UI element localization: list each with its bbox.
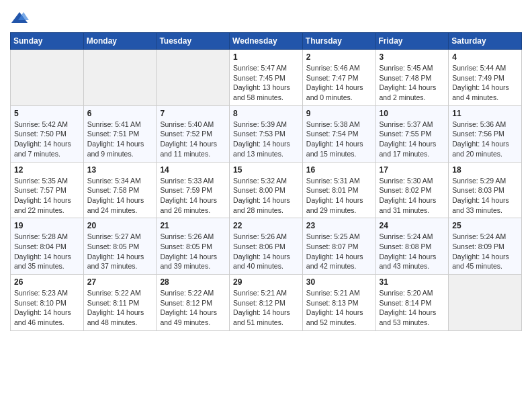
day-number: 8: [233, 109, 299, 118]
calendar-cell: 31Sunrise: 5:20 AMSunset: 8:14 PMDayligh…: [375, 275, 449, 331]
day-number: 6: [87, 109, 153, 118]
calendar-cell: 22Sunrise: 5:26 AMSunset: 8:06 PMDayligh…: [230, 218, 303, 275]
calendar-table: SundayMondayTuesdayWednesdayThursdayFrid…: [10, 32, 522, 331]
day-info: Sunrise: 5:39 AMSunset: 7:53 PMDaylight:…: [233, 120, 299, 159]
day-info: Sunrise: 5:37 AMSunset: 7:55 PMDaylight:…: [380, 120, 445, 159]
logo-icon: [10, 9, 29, 28]
day-info: Sunrise: 5:42 AMSunset: 7:50 PMDaylight:…: [14, 120, 80, 159]
day-number: 29: [233, 277, 299, 287]
day-info: Sunrise: 5:38 AMSunset: 7:54 PMDaylight:…: [306, 120, 372, 159]
calendar-cell: 28Sunrise: 5:22 AMSunset: 8:12 PMDayligh…: [157, 275, 230, 331]
day-info: Sunrise: 5:32 AMSunset: 8:00 PMDaylight:…: [233, 176, 299, 216]
day-info: Sunrise: 5:36 AMSunset: 7:56 PMDaylight:…: [452, 120, 518, 159]
calendar-cell: 25Sunrise: 5:24 AMSunset: 8:09 PMDayligh…: [449, 218, 522, 275]
day-number: 2: [306, 52, 372, 62]
day-info: Sunrise: 5:21 AMSunset: 8:12 PMDaylight:…: [233, 288, 299, 328]
day-number: 9: [306, 109, 372, 118]
calendar-cell: [157, 50, 230, 106]
day-number: 20: [87, 221, 153, 230]
calendar-cell: 24Sunrise: 5:24 AMSunset: 8:08 PMDayligh…: [375, 218, 449, 275]
day-info: Sunrise: 5:45 AMSunset: 7:48 PMDaylight:…: [380, 63, 445, 103]
day-info: Sunrise: 5:44 AMSunset: 7:49 PMDaylight:…: [452, 63, 518, 103]
calendar-cell: 17Sunrise: 5:30 AMSunset: 8:02 PMDayligh…: [375, 162, 449, 218]
day-number: 10: [380, 109, 445, 118]
day-number: 24: [380, 221, 445, 230]
day-header-monday: Monday: [83, 33, 157, 50]
calendar-cell: 2Sunrise: 5:46 AMSunset: 7:47 PMDaylight…: [302, 50, 375, 106]
day-info: Sunrise: 5:46 AMSunset: 7:47 PMDaylight:…: [306, 63, 372, 103]
day-number: 18: [452, 165, 518, 175]
calendar-cell: 23Sunrise: 5:25 AMSunset: 8:07 PMDayligh…: [302, 218, 375, 275]
calendar-week-row: 26Sunrise: 5:23 AMSunset: 8:10 PMDayligh…: [11, 275, 522, 331]
calendar-week-row: 12Sunrise: 5:35 AMSunset: 7:57 PMDayligh…: [11, 162, 522, 218]
day-number: 30: [306, 277, 372, 287]
day-number: 13: [87, 165, 153, 175]
calendar-cell: 5Sunrise: 5:42 AMSunset: 7:50 PMDaylight…: [11, 105, 84, 162]
calendar-cell: 8Sunrise: 5:39 AMSunset: 7:53 PMDaylight…: [230, 105, 303, 162]
day-number: 12: [14, 165, 80, 175]
calendar-cell: 20Sunrise: 5:27 AMSunset: 8:05 PMDayligh…: [83, 218, 157, 275]
day-info: Sunrise: 5:26 AMSunset: 8:06 PMDaylight:…: [233, 232, 299, 271]
day-info: Sunrise: 5:31 AMSunset: 8:01 PMDaylight:…: [306, 176, 372, 216]
day-info: Sunrise: 5:24 AMSunset: 8:08 PMDaylight:…: [380, 232, 445, 271]
day-number: 14: [160, 165, 226, 175]
day-number: 5: [14, 109, 80, 118]
day-info: Sunrise: 5:27 AMSunset: 8:05 PMDaylight:…: [87, 232, 153, 271]
calendar-cell: 12Sunrise: 5:35 AMSunset: 7:57 PMDayligh…: [11, 162, 84, 218]
day-info: Sunrise: 5:20 AMSunset: 8:14 PMDaylight:…: [380, 288, 445, 328]
day-info: Sunrise: 5:22 AMSunset: 8:11 PMDaylight:…: [87, 288, 153, 328]
calendar-cell: 4Sunrise: 5:44 AMSunset: 7:49 PMDaylight…: [449, 50, 522, 106]
day-info: Sunrise: 5:25 AMSunset: 8:07 PMDaylight:…: [306, 232, 372, 271]
day-info: Sunrise: 5:41 AMSunset: 7:51 PMDaylight:…: [87, 120, 153, 159]
calendar-week-row: 19Sunrise: 5:28 AMSunset: 8:04 PMDayligh…: [11, 218, 522, 275]
calendar-cell: 26Sunrise: 5:23 AMSunset: 8:10 PMDayligh…: [11, 275, 84, 331]
calendar-cell: 19Sunrise: 5:28 AMSunset: 8:04 PMDayligh…: [11, 218, 84, 275]
day-number: 19: [14, 221, 80, 230]
calendar-cell: [11, 50, 84, 106]
day-number: 26: [14, 277, 80, 287]
calendar-cell: 9Sunrise: 5:38 AMSunset: 7:54 PMDaylight…: [302, 105, 375, 162]
calendar-week-row: 1Sunrise: 5:47 AMSunset: 7:45 PMDaylight…: [11, 50, 522, 106]
calendar-cell: 3Sunrise: 5:45 AMSunset: 7:48 PMDaylight…: [375, 50, 449, 106]
day-info: Sunrise: 5:40 AMSunset: 7:52 PMDaylight:…: [160, 120, 226, 159]
day-number: 4: [452, 52, 518, 62]
calendar-cell: 27Sunrise: 5:22 AMSunset: 8:11 PMDayligh…: [83, 275, 157, 331]
calendar-cell: 21Sunrise: 5:26 AMSunset: 8:05 PMDayligh…: [157, 218, 230, 275]
day-number: 17: [380, 165, 445, 175]
day-info: Sunrise: 5:47 AMSunset: 7:45 PMDaylight:…: [233, 63, 299, 103]
calendar-cell: 29Sunrise: 5:21 AMSunset: 8:12 PMDayligh…: [230, 275, 303, 331]
day-number: 7: [160, 109, 226, 118]
day-info: Sunrise: 5:35 AMSunset: 7:57 PMDaylight:…: [14, 176, 80, 216]
calendar-cell: 11Sunrise: 5:36 AMSunset: 7:56 PMDayligh…: [449, 105, 522, 162]
calendar-cell: 10Sunrise: 5:37 AMSunset: 7:55 PMDayligh…: [375, 105, 449, 162]
day-info: Sunrise: 5:28 AMSunset: 8:04 PMDaylight:…: [14, 232, 80, 271]
day-number: 11: [452, 109, 518, 118]
day-number: 22: [233, 221, 299, 230]
day-number: 31: [380, 277, 445, 287]
day-header-sunday: Sunday: [11, 33, 84, 50]
day-number: 25: [452, 221, 518, 230]
calendar-header-row: SundayMondayTuesdayWednesdayThursdayFrid…: [11, 33, 522, 50]
day-info: Sunrise: 5:24 AMSunset: 8:09 PMDaylight:…: [452, 232, 518, 271]
day-info: Sunrise: 5:22 AMSunset: 8:12 PMDaylight:…: [160, 288, 226, 328]
day-info: Sunrise: 5:33 AMSunset: 7:59 PMDaylight:…: [160, 176, 226, 216]
logo: [10, 9, 32, 28]
day-header-tuesday: Tuesday: [157, 33, 230, 50]
calendar-cell: [83, 50, 157, 106]
day-info: Sunrise: 5:23 AMSunset: 8:10 PMDaylight:…: [14, 288, 80, 328]
calendar-cell: 13Sunrise: 5:34 AMSunset: 7:58 PMDayligh…: [83, 162, 157, 218]
calendar-cell: 18Sunrise: 5:29 AMSunset: 8:03 PMDayligh…: [449, 162, 522, 218]
day-info: Sunrise: 5:21 AMSunset: 8:13 PMDaylight:…: [306, 288, 372, 328]
calendar-cell: 1Sunrise: 5:47 AMSunset: 7:45 PMDaylight…: [230, 50, 303, 106]
day-header-friday: Friday: [375, 33, 449, 50]
calendar-cell: 6Sunrise: 5:41 AMSunset: 7:51 PMDaylight…: [83, 105, 157, 162]
day-info: Sunrise: 5:26 AMSunset: 8:05 PMDaylight:…: [160, 232, 226, 271]
day-info: Sunrise: 5:34 AMSunset: 7:58 PMDaylight:…: [87, 176, 153, 216]
day-header-thursday: Thursday: [302, 33, 375, 50]
day-info: Sunrise: 5:30 AMSunset: 8:02 PMDaylight:…: [380, 176, 445, 216]
page-header: [10, 7, 522, 28]
calendar-cell: 16Sunrise: 5:31 AMSunset: 8:01 PMDayligh…: [302, 162, 375, 218]
day-number: 27: [87, 277, 153, 287]
day-number: 16: [306, 165, 372, 175]
calendar-cell: 14Sunrise: 5:33 AMSunset: 7:59 PMDayligh…: [157, 162, 230, 218]
